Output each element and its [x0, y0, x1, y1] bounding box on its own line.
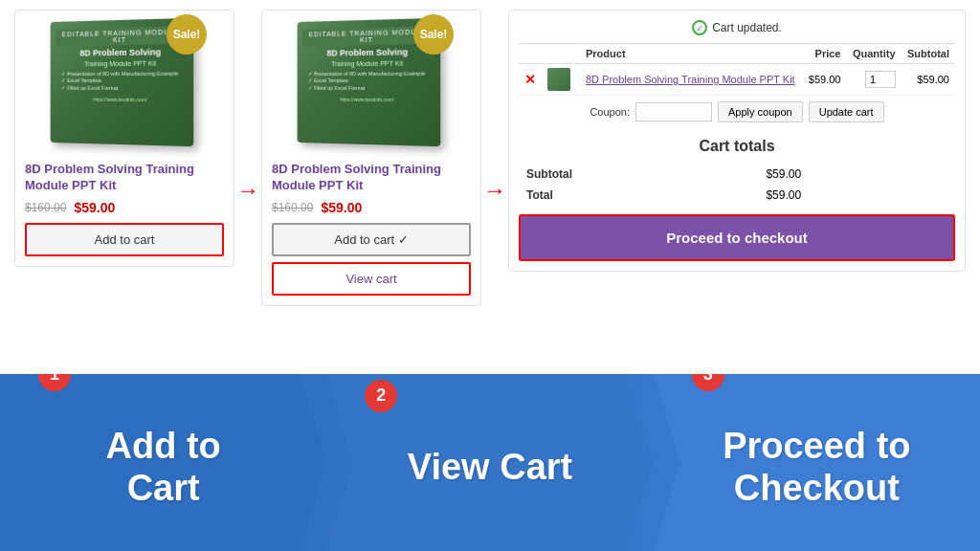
old-price-2: $160.00 — [272, 201, 313, 214]
feature-3: Filled up Excel Format — [61, 85, 178, 93]
new-price-1: $59.00 — [74, 200, 115, 215]
view-cart-button[interactable]: View cart — [272, 262, 471, 296]
product-link[interactable]: 8D Problem Solving Training Module PPT K… — [586, 74, 795, 85]
totals-table: Subtotal $59.00 Total $59.00 — [519, 163, 955, 207]
panel-product-listing: EDITABLE TRAINING MODULE KIT 8D Problem … — [14, 10, 234, 267]
cart-table: Product Price Quantity Subtotal ✕ 8D Pro… — [519, 43, 955, 96]
panel-cart-summary: ✓ Cart updated. Product Price Quantity S… — [508, 10, 966, 272]
apply-coupon-button[interactable]: Apply coupon — [718, 101, 803, 122]
add-to-cart-button-1[interactable]: Add to cart — [25, 223, 224, 256]
col-remove — [519, 44, 542, 64]
step-label-2: View Cart — [408, 447, 572, 489]
cart-updated-message: ✓ Cart updated. — [692, 20, 782, 35]
coupon-input[interactable] — [635, 102, 712, 121]
total-row: Total $59.00 — [521, 186, 953, 205]
subtotal-label: Subtotal — [521, 165, 758, 184]
coupon-row: Coupon: Apply coupon Update cart — [590, 101, 883, 122]
cart-totals-title: Cart totals — [699, 138, 774, 155]
check-icon: ✓ — [692, 20, 707, 35]
sale-badge-1: Sale! — [167, 14, 207, 55]
old-price-1: $160.00 — [25, 201, 66, 214]
product-box-1: EDITABLE TRAINING MODULE KIT 8D Problem … — [48, 20, 201, 154]
arrow-1: → — [234, 10, 261, 204]
step-1: 1 Add toCart — [0, 374, 326, 551]
subtotal-value: $59.00 — [760, 165, 953, 184]
cart-updated-text: Cart updated. — [712, 21, 782, 34]
feature-2-2: Excel Template — [308, 77, 425, 85]
remove-button[interactable]: ✕ — [524, 72, 536, 87]
step-label-1: Add toCart — [106, 426, 221, 509]
step-3: 3 Proceed toCheckout — [654, 374, 980, 551]
step-1-content: 1 Add toCart — [0, 416, 326, 509]
feature-2: Excel Template — [61, 77, 178, 85]
new-price-2: $59.00 — [321, 200, 362, 215]
sale-badge-2: Sale! — [413, 14, 454, 55]
box-url-2: https://www.bestinfo.com/ — [340, 97, 393, 102]
total-value: $59.00 — [760, 186, 953, 205]
box-url-1: https://www.bestinfo.com/ — [93, 97, 146, 102]
col-price-header: Price — [802, 44, 846, 64]
step-number-2: 2 — [365, 380, 397, 412]
step-2: 2 View Cart — [326, 374, 653, 551]
update-cart-button[interactable]: Update cart — [809, 101, 884, 122]
box-subtitle-2: Training Module PPT Kit — [331, 59, 403, 67]
price-row-1: $160.00 $59.00 — [25, 200, 224, 215]
box-title-2: 8D Problem Solving — [326, 47, 408, 58]
item-price: $59.00 — [802, 64, 846, 96]
step-3-content: 3 Proceed toCheckout — [654, 416, 980, 509]
col-quantity-header: Quantity — [846, 44, 901, 64]
product-title-2: 8D Problem Solving Training Module PPT K… — [272, 162, 471, 194]
feature-2-3: Filled up Excel Format — [308, 85, 425, 93]
panels-row: EDITABLE TRAINING MODULE KIT 8D Problem … — [0, 0, 980, 374]
product-thumb — [547, 68, 570, 91]
table-row: ✕ 8D Problem Solving Training Module PPT… — [519, 64, 955, 96]
arrow-2: → — [481, 10, 508, 204]
total-label: Total — [521, 186, 758, 205]
price-row-2: $160.00 $59.00 — [272, 200, 471, 215]
product-title-1: 8D Problem Solving Training Module PPT K… — [25, 162, 224, 194]
item-subtotal: $59.00 — [902, 64, 955, 96]
box-features-2: Presentation of 8D with Manufacturing Ex… — [302, 70, 425, 93]
coupon-label: Coupon: — [590, 106, 630, 118]
panel-view-cart: EDITABLE TRAINING MODULE KIT 8D Problem … — [261, 10, 481, 306]
feature-1: Presentation of 8D with Manufacturing Ex… — [61, 70, 178, 77]
quantity-input[interactable] — [865, 71, 896, 88]
col-product-header: Product — [580, 44, 802, 64]
main-container: EDITABLE TRAINING MODULE KIT 8D Problem … — [0, 0, 980, 551]
product-box-2: EDITABLE TRAINING MODULE KIT 8D Problem … — [295, 20, 448, 154]
box-title-1: 8D Problem Solving — [79, 47, 161, 58]
step-label-3: Proceed toCheckout — [723, 426, 910, 509]
feature-2-1: Presentation of 8D with Manufacturing Ex… — [308, 70, 425, 77]
box-subtitle-1: Training Module PPT Kit — [84, 59, 156, 67]
col-subtotal-header: Subtotal — [902, 44, 955, 64]
proceed-to-checkout-button[interactable]: Proceed to checkout — [519, 214, 955, 261]
steps-banner: 1 Add toCart 2 View Cart 3 Proceed toChe… — [0, 374, 980, 551]
box-features-1: Presentation of 8D with Manufacturing Ex… — [56, 70, 178, 93]
add-to-cart-button-2[interactable]: Add to cart ✓ — [272, 223, 471, 256]
subtotal-row: Subtotal $59.00 — [521, 165, 953, 184]
step-2-content: 2 View Cart — [326, 437, 653, 489]
col-thumb — [542, 44, 580, 64]
